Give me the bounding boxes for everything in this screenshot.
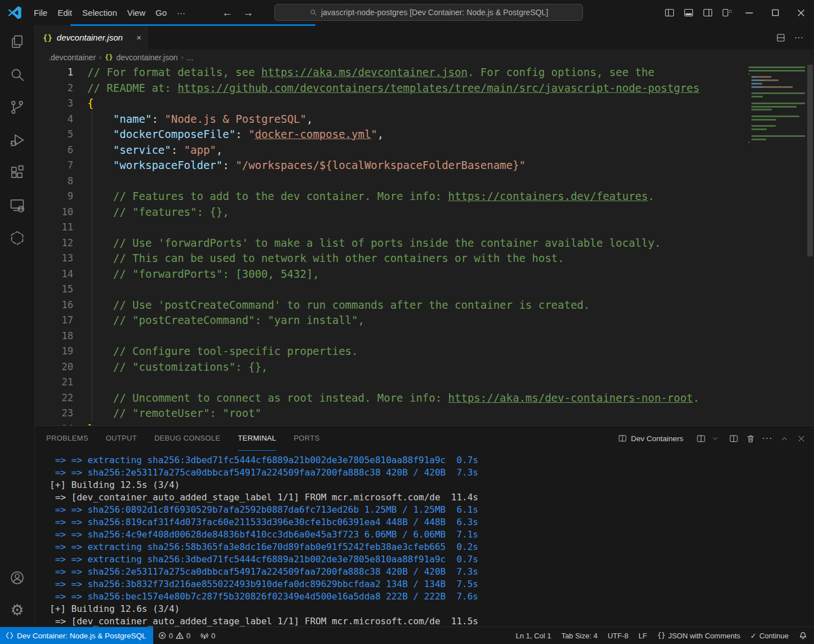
customize-layout-icon[interactable] [717,5,736,21]
breadcrumb-symbol[interactable]: ... [186,53,193,62]
panel-header: PROBLEMSOUTPUTDEBUG CONSOLETERMINALPORTS… [35,426,814,451]
tab-close-icon[interactable]: × [136,33,141,42]
minimap-line [749,92,805,94]
forwarded-ports-status[interactable]: 0 [195,627,220,644]
language-mode[interactable]: {} JSON with Comments [652,627,745,644]
continue-button[interactable]: ✓ Continue [745,627,794,644]
code-line[interactable]: 8 [35,174,746,189]
line-number: 21 [35,375,73,390]
sidebar-item-extensions[interactable] [0,156,35,189]
code-line[interactable]: 20 // "customizations": {}, [35,359,746,375]
problems-status[interactable]: 0 0 [153,627,195,644]
code-line[interactable]: 18 [35,328,746,344]
terminal-instance-tab[interactable]: Dev Containers [618,434,683,443]
nav-forward-button[interactable]: → [243,7,253,19]
code-line[interactable]: 1// For format details, see https://aka.… [35,65,746,81]
menu-view[interactable]: View [122,6,150,20]
code-line[interactable]: 2// README at: https://github.com/devcon… [35,81,746,96]
panel-tab-ports[interactable]: PORTS [293,426,319,451]
sidebar-item-remote-explorer[interactable] [0,189,35,221]
code-line[interactable]: 4 "name": "Node.js & PostgreSQL", [35,112,746,127]
line-number: 9 [35,189,73,205]
code-line-content: // "remoteUser": "root" [73,406,261,421]
sidebar-item-search[interactable] [0,58,35,91]
breadcrumb-folder[interactable]: .devcontainer [48,53,96,62]
menu-go[interactable]: Go [150,6,172,20]
kill-terminal-trash-icon[interactable] [743,431,758,446]
code-line[interactable]: 9 // Features to add to the dev containe… [35,189,746,205]
code-line[interactable]: 14 // "forwardPorts": [3000, 5432], [35,267,746,282]
tab-devcontainer-json[interactable]: {} devcontainer.json × [35,25,148,50]
minimap-line [749,122,805,124]
code-line[interactable]: 3{ [35,96,746,112]
menu-file[interactable]: File [29,6,52,20]
menu-edit[interactable]: Edit [52,6,77,20]
notifications-bell[interactable] [794,627,809,644]
code-line[interactable]: 17 // "postCreateCommand": "yarn install… [35,313,746,328]
code-line[interactable]: 15 [35,282,746,297]
code-line[interactable]: 5 "dockerComposeFile": "docker-compose.y… [35,127,746,143]
minimap-line [749,103,805,104]
close-panel-icon[interactable] [794,431,808,446]
code-line[interactable]: 6 "service": "app", [35,143,746,158]
accounts-button[interactable] [0,561,35,594]
scrollbar-thumb[interactable] [807,65,813,256]
code-line[interactable]: 12 // Use 'forwardPorts' to make a list … [35,236,746,251]
code-line[interactable]: 24} [35,421,746,426]
ports-count: 0 [211,632,215,640]
terminal-dropdown-chevron-icon[interactable] [710,431,719,446]
code-line[interactable]: 23 // "remoteUser": "root" [35,406,746,421]
minimap-line [749,70,805,72]
terminal-line: [+] Building 12.6s (3/4) [50,603,814,615]
settings-button[interactable]: ⚙ [0,594,35,627]
code-line-content: // Use 'postCreateCommand' to run comman… [73,297,590,313]
toggle-primary-sidebar-icon[interactable] [660,5,679,21]
menu-selection[interactable]: Selection [77,6,122,20]
panel-more-actions-icon[interactable]: ··· [760,431,775,446]
code-line[interactable]: 21 [35,375,746,390]
code-line-content: { [73,96,94,112]
panel-tab-output[interactable]: OUTPUT [106,426,137,451]
code-line[interactable]: 11 [35,220,746,236]
command-center-text: javascript-node-postgres [Dev Container:… [321,8,548,17]
code-line[interactable]: 10 // "features": {}, [35,205,746,220]
close-icon[interactable] [788,0,814,25]
sidebar-item-source-control[interactable] [0,91,35,123]
cursor-position[interactable]: Ln 1, Col 1 [511,627,557,644]
toggle-panel-icon[interactable] [679,5,698,21]
code-line[interactable]: 19 // Configure tool-specific properties… [35,344,746,359]
line-number: 12 [35,236,73,251]
editor-more-actions-icon[interactable]: ··· [791,30,806,45]
code-line[interactable]: 13 // This can be used to network with o… [35,251,746,267]
panel-tab-problems[interactable]: PROBLEMS [46,426,88,451]
sidebar-item-explorer[interactable] [0,25,35,58]
editor-scrollbar[interactable] [806,65,814,425]
nav-back-button[interactable]: ← [222,7,233,19]
code-line[interactable]: 16 // Use 'postCreateCommand' to run com… [35,297,746,313]
maximize-icon[interactable] [762,0,788,25]
new-terminal-icon[interactable] [693,431,708,446]
indentation-status[interactable]: Tab Size: 4 [556,627,602,644]
code-line[interactable]: 22 // Uncomment to connect as root inste… [35,390,746,406]
code-line[interactable]: 7 "workspaceFolder": "/workspaces/${loca… [35,158,746,174]
encoding-status[interactable]: UTF-8 [603,627,634,644]
command-center-search[interactable]: javascript-node-postgres [Dev Container:… [274,4,583,21]
breadcrumb-file[interactable]: devcontainer.json [117,53,178,62]
code-editor[interactable]: 1// For format details, see https://aka.… [35,65,746,425]
panel-tab-debug-console[interactable]: DEBUG CONSOLE [154,426,220,451]
split-terminal-icon[interactable] [726,431,741,446]
code-line-content: // Uncomment to connect as root instead.… [73,390,700,406]
minimap-line [749,73,805,75]
eol-status[interactable]: LF [634,627,652,644]
minimize-icon[interactable] [736,0,762,25]
maximize-panel-icon[interactable] [777,431,791,446]
menu-more-button[interactable]: ··· [172,6,190,20]
minimap[interactable] [746,65,806,425]
remote-indicator[interactable]: Dev Container: Node.js & PostgreSQL [0,627,153,644]
sidebar-item-run-debug[interactable] [0,123,35,156]
terminal-output[interactable]: => => extracting sha256:3dbed71fc5444cf6… [35,451,814,627]
toggle-secondary-sidebar-icon[interactable] [698,5,717,21]
sidebar-item-containers[interactable] [0,221,35,254]
panel-tab-terminal[interactable]: TERMINAL [238,426,276,451]
split-editor-icon[interactable] [773,30,788,45]
